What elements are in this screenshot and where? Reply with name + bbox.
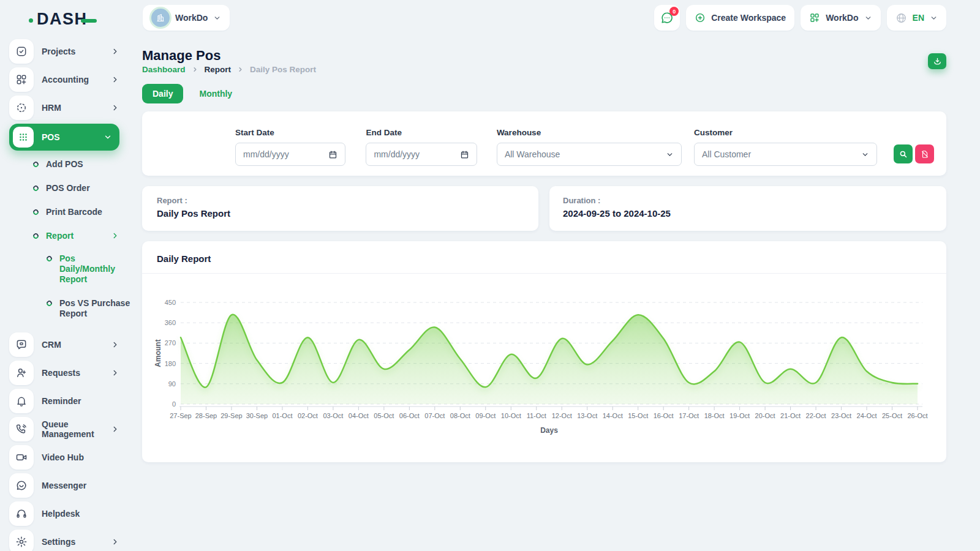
chevron-right-icon (111, 538, 119, 546)
reset-filter-button[interactable] (915, 144, 934, 163)
sidebar-item-queue-management[interactable]: Queue Management (9, 417, 119, 441)
end-date-label: End Date (366, 128, 477, 137)
chat-smile-icon (9, 473, 34, 498)
warehouse-value: All Warehouse (505, 149, 560, 159)
sidebar-item-accounting[interactable]: Accounting (9, 67, 119, 92)
svg-text:Amount: Amount (154, 339, 162, 367)
chevron-right-icon (111, 75, 119, 84)
sidebar-item-hrm[interactable]: HRM (9, 96, 119, 120)
customer-label: Customer (694, 128, 877, 137)
customer-select[interactable]: All Customer (694, 143, 877, 166)
logo[interactable]: DASH (37, 10, 88, 29)
report-submenu: Pos Daily/Monthly Report Pos VS Purchase… (33, 253, 119, 319)
tab-monthly[interactable]: Monthly (199, 89, 232, 99)
report-value: Daily Pos Report (157, 208, 524, 219)
svg-text:30-Sep: 30-Sep (246, 412, 268, 419)
svg-text:360: 360 (165, 319, 176, 326)
projects-icon (9, 39, 34, 64)
tab-daily[interactable]: Daily (142, 84, 183, 103)
sidebar-item-crm[interactable]: CRM (9, 332, 119, 357)
headphones-icon (9, 501, 34, 526)
search-button[interactable] (894, 144, 913, 163)
sidebar-item-pos[interactable]: POS (9, 124, 119, 151)
svg-text:02-Oct: 02-Oct (298, 412, 318, 419)
chevron-right-icon (111, 231, 119, 240)
chevron-right-icon (237, 66, 244, 73)
sidebar-item-projects[interactable]: Projects (9, 39, 119, 64)
duration-label: Duration : (563, 196, 933, 205)
end-date-group: End Date mm/dd/yyyy (366, 128, 477, 166)
svg-text:180: 180 (165, 360, 176, 367)
sidebar-item-pos-daily-monthly-report[interactable]: Pos Daily/Monthly Report (47, 253, 132, 285)
sidebar-item-report[interactable]: Report (33, 230, 119, 242)
customer-value: All Customer (702, 149, 751, 159)
customer-group: Customer All Customer (694, 128, 877, 166)
svg-text:90: 90 (168, 380, 176, 388)
svg-text:29-Sep: 29-Sep (221, 412, 242, 419)
daily-report-chart: 09018027036045027-Sep28-Sep29-Sep30-Sep0… (142, 274, 946, 438)
sidebar-item-pos-order[interactable]: POS Order (33, 182, 119, 194)
chevron-right-icon (192, 66, 198, 73)
svg-text:11-Oct: 11-Oct (527, 412, 546, 419)
chevron-right-icon (111, 103, 119, 112)
sidebar-item-messenger[interactable]: Messenger (9, 473, 119, 498)
breadcrumb-report[interactable]: Report (205, 65, 232, 74)
sidebar-item-pos-vs-purchase-report[interactable]: Pos VS Purchase Report (47, 298, 132, 319)
hrm-icon (9, 96, 34, 120)
start-date-input[interactable]: mm/dd/yyyy (235, 143, 345, 166)
svg-text:22-Oct: 22-Oct (806, 412, 826, 419)
sidebar-item-helpdesk[interactable]: Helpdesk (9, 501, 119, 526)
end-date-input[interactable]: mm/dd/yyyy (366, 143, 477, 166)
breadcrumb: Dashboard Report Daily Pos Report (142, 65, 316, 74)
pos-grid-dots-icon (13, 127, 34, 148)
warehouse-select[interactable]: All Warehouse (497, 143, 682, 166)
bullet-icon (32, 184, 40, 192)
svg-text:25-Oct: 25-Oct (882, 412, 902, 419)
crm-icon (9, 332, 34, 357)
svg-text:270: 270 (165, 339, 176, 347)
start-date-group: Start Date mm/dd/yyyy (235, 128, 345, 166)
sidebar-item-reminder[interactable]: Reminder (9, 389, 119, 413)
user-plus-icon (9, 361, 34, 385)
sidebar-item-print-barcode[interactable]: Print Barcode (33, 206, 119, 218)
sidebar-item-video-hub[interactable]: Video Hub (9, 445, 119, 470)
chevron-right-icon (111, 47, 119, 56)
bullet-icon (45, 255, 53, 263)
logo-text: DASH (37, 10, 88, 28)
page-title: Manage Pos (142, 48, 221, 64)
sidebar: Projects Accounting HRM POS (9, 39, 119, 551)
svg-text:16-Oct: 16-Oct (654, 412, 674, 419)
sidebar-item-requests[interactable]: Requests (9, 361, 119, 385)
gear-icon (9, 530, 34, 551)
accounting-icon (9, 67, 34, 92)
search-icon (899, 149, 908, 159)
chevron-down-icon (666, 151, 674, 159)
svg-text:18-Oct: 18-Oct (704, 412, 725, 419)
chevron-down-icon (861, 151, 869, 159)
svg-text:04-Oct: 04-Oct (349, 412, 369, 419)
svg-text:24-Oct: 24-Oct (857, 412, 877, 419)
calendar-icon (460, 150, 469, 159)
svg-text:06-Oct: 06-Oct (399, 412, 420, 419)
chevron-right-icon (111, 369, 119, 377)
start-date-label: Start Date (235, 128, 345, 137)
svg-text:Days: Days (540, 426, 558, 435)
report-label: Report : (157, 196, 524, 205)
download-button[interactable] (928, 53, 946, 69)
daily-report-card: Daily Report 09018027036045027-Sep28-Sep… (142, 241, 946, 462)
sidebar-item-settings[interactable]: Settings (9, 530, 119, 551)
svg-text:08-Oct: 08-Oct (450, 412, 470, 419)
svg-text:20-Oct: 20-Oct (755, 412, 775, 419)
svg-text:19-Oct: 19-Oct (729, 412, 750, 419)
video-camera-icon (9, 445, 34, 470)
file-slash-icon (921, 150, 929, 159)
svg-text:09-Oct: 09-Oct (475, 412, 496, 419)
download-icon (933, 57, 942, 66)
sidebar-item-add-pos[interactable]: Add POS (33, 158, 119, 170)
filter-actions (894, 144, 934, 163)
svg-text:10-Oct: 10-Oct (501, 412, 521, 419)
report-summary-card: Report : Daily Pos Report (142, 186, 538, 231)
svg-text:15-Oct: 15-Oct (628, 412, 648, 419)
duration-summary-card: Duration : 2024-09-25 to 2024-10-25 (549, 186, 946, 231)
breadcrumb-dashboard-link[interactable]: Dashboard (142, 65, 186, 74)
